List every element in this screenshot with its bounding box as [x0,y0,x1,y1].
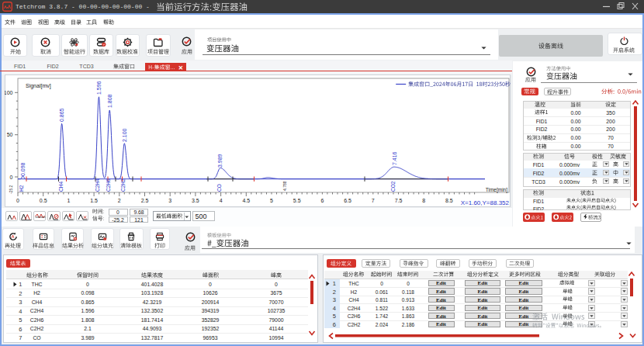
svg-text:6.5: 6.5 [344,198,351,203]
svg-text:7.416: 7.416 [392,151,397,165]
svg-text:1: 1 [67,198,70,203]
svg-text:3.989: 3.989 [217,154,223,168]
svg-text:C2H6: C2H6 [106,178,111,192]
svg-text:7: 7 [372,198,375,203]
svg-text:2: 2 [118,198,121,203]
svg-text:CO2: CO2 [390,181,396,192]
svg-text:1.808: 1.808 [107,94,113,108]
svg-text:0: 0 [10,175,13,180]
svg-text:0.865: 0.865 [59,108,64,122]
svg-text:C2H4: C2H4 [95,178,100,192]
svg-text:3.5: 3.5 [192,198,199,203]
svg-text:5: 5 [270,198,273,203]
svg-text:H2: H2 [19,185,24,192]
svg-text:2.5: 2.5 [141,198,149,203]
svg-text:Signal[mv]: Signal[mv] [26,83,51,89]
svg-text:0: 0 [16,198,19,203]
svg-text:4.788: 4.788 [282,181,287,191]
svg-text:CH4: CH4 [58,182,64,192]
svg-text:5.5: 5.5 [293,198,301,203]
svg-text:C2H2: C2H2 [120,178,126,192]
svg-text:-25.2: -25.2 [9,185,13,194]
svg-text:0.5: 0.5 [40,198,47,203]
svg-text:50: 50 [7,132,13,137]
svg-text:Time[min]: Time[min] [486,187,507,193]
svg-text:CO: CO [216,184,222,192]
svg-text:8.5: 8.5 [445,198,453,203]
svg-text:1.5: 1.5 [90,198,98,203]
svg-text:100: 100 [5,90,13,95]
svg-text:6: 6 [320,198,324,203]
svg-text:1.596: 1.596 [96,81,102,95]
svg-text:2.100: 2.100 [122,128,127,142]
svg-text:8: 8 [422,198,425,203]
svg-text:4: 4 [220,198,223,203]
svg-text:0.098: 0.098 [20,162,26,176]
svg-text:4.5: 4.5 [242,198,250,203]
svg-text:7.5: 7.5 [395,198,403,203]
svg-text:3: 3 [168,198,171,203]
